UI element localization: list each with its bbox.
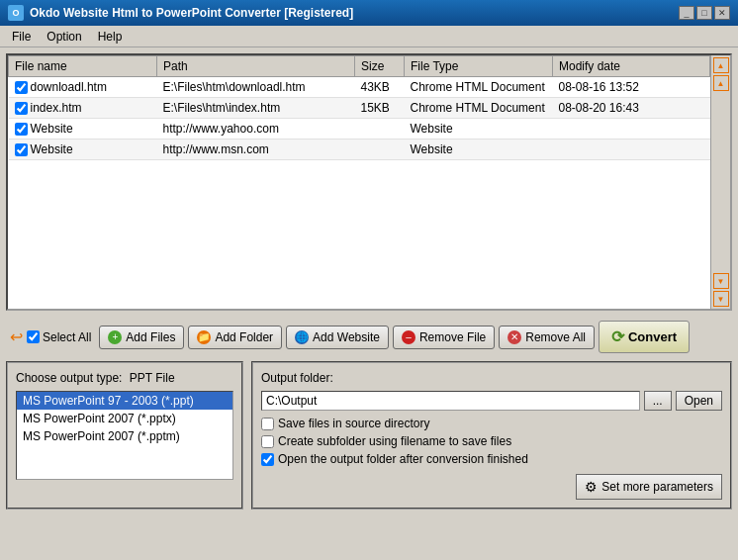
folder-row: ... Open xyxy=(261,391,722,411)
cell-date xyxy=(553,140,710,160)
table-scrollbar: ▲ ▲ ▼ ▼ xyxy=(710,55,730,309)
cell-size: 15KB xyxy=(355,98,405,119)
checkbox-label-0[interactable]: Save files in source directory xyxy=(278,417,429,430)
select-all-label[interactable]: Select All xyxy=(43,330,91,344)
convert-button[interactable]: ⟳ Convert xyxy=(599,321,690,353)
cell-path: E:\Files\htm\downloadl.htm xyxy=(157,77,355,98)
bottom-section: Choose output type: PPT File MS PowerPoi… xyxy=(6,361,732,510)
table-row: index.htm E:\Files\htm\index.htm 15KB Ch… xyxy=(9,98,710,119)
table-row: downloadl.htm E:\Files\htm\downloadl.htm… xyxy=(9,77,710,98)
cell-type: Chrome HTML Document xyxy=(405,98,553,119)
scroll-down-button[interactable]: ▼ xyxy=(713,273,729,289)
cell-filename: downloadl.htm xyxy=(9,77,157,98)
row-checkbox-1[interactable] xyxy=(15,102,28,115)
menu-help[interactable]: Help xyxy=(92,28,129,46)
output-list-item[interactable]: MS PowerPoint 2007 (*.pptm) xyxy=(17,427,232,445)
cell-filename: index.htm xyxy=(9,98,157,119)
set-params-label: Set more parameters xyxy=(601,480,713,494)
maximize-button[interactable]: □ xyxy=(696,6,712,20)
checkbox-label-2[interactable]: Open the output folder after conversion … xyxy=(278,452,528,466)
checkbox-label-1[interactable]: Create subfolder using filename to save … xyxy=(278,434,511,448)
title-bar-left: O Okdo Website Html to PowerPoint Conver… xyxy=(8,5,353,21)
output-type-header: Choose output type: PPT File xyxy=(16,371,233,385)
toolbar-row: ↩ Select All + Add Files 📁 Add Folder 🌐 … xyxy=(6,317,732,357)
table-row: Website http://www.msn.com Website xyxy=(9,140,710,160)
col-filetype: File Type xyxy=(405,56,553,77)
row-checkbox-2[interactable] xyxy=(15,123,28,136)
convert-icon: ⟳ xyxy=(611,327,624,346)
window-controls[interactable]: _ □ ✕ xyxy=(679,6,730,20)
output-folder-input[interactable] xyxy=(261,391,640,411)
select-all-checkbox[interactable] xyxy=(27,330,40,343)
add-files-icon: + xyxy=(108,330,122,344)
remove-all-button[interactable]: ✕ Remove All xyxy=(499,326,595,349)
cell-path: http://www.yahoo.com xyxy=(157,119,355,140)
output-type-value: PPT File xyxy=(130,371,175,385)
table-header-row: File name Path Size File Type Modify dat… xyxy=(9,56,710,77)
add-folder-icon: 📁 xyxy=(197,330,211,344)
output-list-item[interactable]: MS PowerPoint 2007 (*.pptx) xyxy=(17,410,232,427)
gear-icon: ⚙ xyxy=(585,479,598,495)
main-content: File name Path Size File Type Modify dat… xyxy=(0,47,738,560)
col-size: Size xyxy=(355,56,405,77)
option-checkbox-2[interactable] xyxy=(261,453,274,466)
output-list-item[interactable]: MS PowerPoint 97 - 2003 (*.ppt) xyxy=(17,392,232,410)
cell-type: Website xyxy=(405,119,553,140)
add-folder-button[interactable]: 📁 Add Folder xyxy=(188,326,282,349)
back-icon[interactable]: ↩ xyxy=(10,327,23,346)
remove-file-button[interactable]: – Remove File xyxy=(393,326,495,349)
checkbox-row: Save files in source directory xyxy=(261,417,722,430)
select-all-area: Select All xyxy=(27,330,91,344)
cell-size xyxy=(355,119,405,140)
scroll-up-button[interactable]: ▲ xyxy=(713,75,729,91)
add-website-button[interactable]: 🌐 Add Website xyxy=(286,326,389,349)
output-type-panel: Choose output type: PPT File MS PowerPoi… xyxy=(6,361,243,510)
menu-bar: File Option Help xyxy=(0,26,738,47)
checkbox-row: Create subfolder using filename to save … xyxy=(261,434,722,448)
remove-all-icon: ✕ xyxy=(507,330,521,344)
cell-path: E:\Files\htm\index.htm xyxy=(157,98,355,119)
file-list-panel: File name Path Size File Type Modify dat… xyxy=(6,53,732,311)
table-row: Website http://www.yahoo.com Website xyxy=(9,119,710,140)
cell-date: 08-08-20 16:43 xyxy=(553,98,710,119)
title-bar: O Okdo Website Html to PowerPoint Conver… xyxy=(0,0,738,26)
cell-filename: Website xyxy=(9,119,157,140)
output-folder-header: Output folder: xyxy=(261,371,722,385)
cell-size xyxy=(355,140,405,160)
cell-date xyxy=(553,119,710,140)
output-list: MS PowerPoint 97 - 2003 (*.ppt)MS PowerP… xyxy=(16,391,233,480)
row-checkbox-3[interactable] xyxy=(15,143,28,156)
browse-button[interactable]: ... xyxy=(644,391,672,411)
scroll-top-button[interactable]: ▲ xyxy=(713,57,729,73)
menu-file[interactable]: File xyxy=(6,28,37,46)
cell-path: http://www.msn.com xyxy=(157,140,355,160)
open-button[interactable]: Open xyxy=(676,391,722,411)
col-filename: File name xyxy=(9,56,157,77)
cell-filename: Website xyxy=(9,140,157,160)
option-checkbox-0[interactable] xyxy=(261,418,274,430)
minimize-button[interactable]: _ xyxy=(679,6,694,20)
add-website-icon: 🌐 xyxy=(295,330,309,344)
col-path: Path xyxy=(157,56,355,77)
output-folder-panel: Output folder: ... Open Save files in so… xyxy=(251,361,732,510)
file-table-container: File name Path Size File Type Modify dat… xyxy=(8,55,710,309)
add-files-button[interactable]: + Add Files xyxy=(99,326,184,349)
checkbox-row: Open the output folder after conversion … xyxy=(261,452,722,466)
menu-option[interactable]: Option xyxy=(41,28,87,46)
col-date: Modify date xyxy=(553,56,710,77)
set-params-button[interactable]: ⚙ Set more parameters xyxy=(576,474,722,500)
cell-type: Website xyxy=(405,140,553,160)
file-table: File name Path Size File Type Modify dat… xyxy=(8,55,710,160)
remove-file-icon: – xyxy=(402,330,415,344)
row-checkbox-0[interactable] xyxy=(15,81,28,94)
cell-type: Chrome HTML Document xyxy=(405,77,553,98)
scroll-bottom-button[interactable]: ▼ xyxy=(713,291,729,307)
cell-date: 08-08-16 13:52 xyxy=(553,77,710,98)
option-checkbox-1[interactable] xyxy=(261,435,274,448)
app-icon: O xyxy=(8,5,24,21)
close-button[interactable]: ✕ xyxy=(714,6,730,20)
cell-size: 43KB xyxy=(355,77,405,98)
app-title: Okdo Website Html to PowerPoint Converte… xyxy=(30,6,353,20)
